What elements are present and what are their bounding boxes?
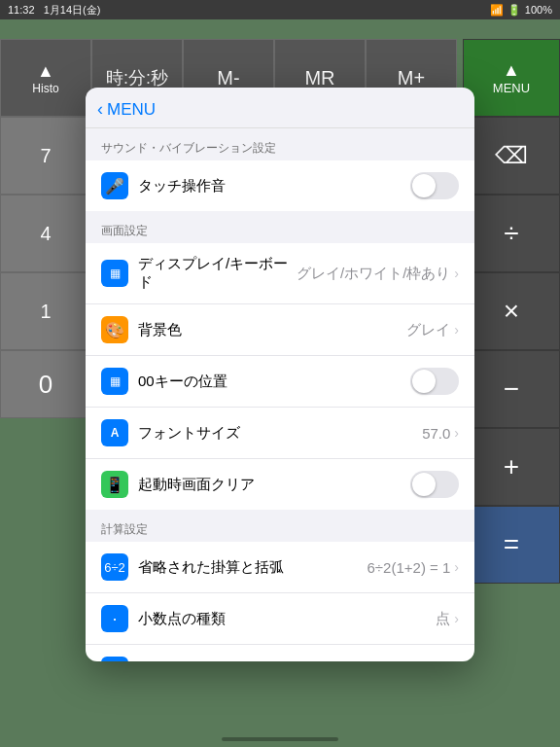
status-bar: 11:32 1月14日(金) 📶 🔋 100% [0,0,560,19]
add-icon: + [504,451,519,482]
backspace-button[interactable]: ⌫ [463,117,560,195]
btn-7[interactable]: 7 [0,117,91,195]
multiply-bracket-value: 6÷2(1+2) = 1 › [368,559,459,576]
mr-label: MR [304,67,334,89]
double-zero-item[interactable]: ▦ 00キーの位置 [86,356,474,408]
decimal-type-value: 点 › [436,610,459,628]
decimal-icon: · [101,605,128,632]
status-time: 11:32 [8,4,35,16]
clear-on-launch-toggle[interactable] [410,471,459,498]
touch-sound-label: タッチ操作音 [138,177,226,196]
status-indicators: 📶 🔋 100% [490,4,552,17]
equals-button[interactable]: = [463,506,560,584]
multiply-button[interactable]: × [463,272,560,350]
status-time-date: 11:32 1月14日(金) [8,3,100,18]
battery-percent: 100% [525,4,552,16]
font-icon: A [101,419,128,446]
multiply-icon: × [504,296,519,327]
divide-icon: ÷ [504,218,518,249]
btn-0[interactable]: 0 [0,350,91,418]
subtract-icon: − [504,374,519,405]
clear-on-launch-item[interactable]: 📱 起動時画面クリア [86,459,474,510]
chevron-icon: › [454,266,459,281]
backspace-icon: ⌫ [495,142,528,169]
menu-label: MENU [493,81,530,95]
display-keyboard-icon: ▦ [101,260,128,287]
wifi-icon: 📶 [490,4,504,17]
calc-section: 計算設定 6÷2 省略された掛算と括弧 6÷2(1+2) = 1 › · 小数点… [86,510,474,661]
decimal-type-label: 小数点の種類 [138,610,226,628]
phone-icon: 📱 [101,471,128,498]
chevron-icon-3: › [454,425,459,441]
multiply-bracket-label: 省略された掛算と括弧 [138,558,284,577]
comma-icon: 123 [101,657,128,661]
time-label: 時:分:秒 [106,66,168,89]
chevron-icon-5: › [454,611,459,626]
btn-1[interactable]: 1 [0,272,91,350]
separator-value: コンマまたは点 › [348,661,459,662]
separator-item[interactable]: 123 桁区切り コンマまたは点 › [86,645,474,661]
font-size-item[interactable]: A フォントサイズ 57.0 › [86,408,474,459]
calc-icon: 6÷2 [101,553,128,581]
btn-4[interactable]: 4 [0,195,91,272]
palette-icon: 🎨 [101,316,128,343]
m-plus-label: M+ [398,67,425,89]
decimal-type-item[interactable]: · 小数点の種類 点 › [86,593,474,645]
menu-title[interactable]: MENU [107,100,156,120]
histo-label: Histo [32,82,58,95]
display-keyboard-value: グレイ/ホワイト/枠あり › [297,265,459,283]
double-zero-toggle[interactable] [410,368,459,395]
bg-color-item[interactable]: 🎨 背景色 グレイ › [86,304,474,356]
menu-header: ‹ MENU [86,88,474,128]
home-indicator [222,737,338,741]
equals-icon: = [504,529,519,560]
sound-section: サウンド・バイブレーション設定 🎤 タッチ操作音 [86,128,474,211]
display-section: 画面設定 ▦ ディスプレイ/キーボード グレイ/ホワイト/枠あり › 🎨 背景色 [86,211,474,510]
history-button[interactable]: ▲ Histo [0,39,91,117]
triangle-hist-icon: ▲ [37,61,54,82]
font-size-label: フォントサイズ [138,424,240,443]
mic-icon: 🎤 [101,172,128,199]
status-date: 1月14日(金) [44,4,101,16]
m-minus-label: M- [217,67,239,89]
triangle-icon: ▲ [503,60,520,81]
calc-settings-group: 6÷2 省略された掛算と括弧 6÷2(1+2) = 1 › · 小数点の種類 点… [86,542,474,661]
menu-modal: ‹ MENU サウンド・バイブレーション設定 🎤 タッチ操作音 画面設定 ▦ デ… [86,88,474,661]
separator-label: 桁区切り [138,661,196,662]
display-keyboard-label: ディスプレイ/キーボード [138,255,297,292]
display-keyboard-item[interactable]: ▦ ディスプレイ/キーボード グレイ/ホワイト/枠あり › [86,243,474,304]
subtract-button[interactable]: − [463,350,560,428]
touch-sound-toggle[interactable] [410,172,459,199]
double-zero-label: 00キーの位置 [138,373,228,391]
label-1: 1 [40,301,51,323]
double-zero-icon: ▦ [101,368,128,395]
add-button[interactable]: + [463,428,560,506]
label-7: 7 [40,145,51,167]
chevron-icon-4: › [454,559,459,575]
label-0: 0 [39,370,52,400]
chevron-icon-2: › [454,322,459,338]
clear-on-launch-label: 起動時画面クリア [138,476,255,494]
calc-section-header: 計算設定 [86,510,474,542]
menu-back-arrow[interactable]: ‹ [97,99,103,120]
battery-icon: 🔋 [508,4,521,17]
divide-button[interactable]: ÷ [463,195,560,272]
touch-sound-item[interactable]: 🎤 タッチ操作音 [86,160,474,211]
label-4: 4 [40,223,51,245]
bg-color-label: 背景色 [138,321,182,339]
display-section-header: 画面設定 [86,211,474,243]
menu-button[interactable]: ▲ MENU [463,39,560,117]
sound-settings-group: 🎤 タッチ操作音 [86,160,474,211]
multiply-bracket-item[interactable]: 6÷2 省略された掛算と括弧 6÷2(1+2) = 1 › [86,542,474,593]
bg-color-value: グレイ › [406,321,459,339]
font-size-value: 57.0 › [422,425,459,442]
display-settings-group: ▦ ディスプレイ/キーボード グレイ/ホワイト/枠あり › 🎨 背景色 グレイ … [86,243,474,510]
operator-column: ▲ MENU ⌫ ÷ × − + = [463,39,560,584]
sound-section-header: サウンド・バイブレーション設定 [86,128,474,160]
